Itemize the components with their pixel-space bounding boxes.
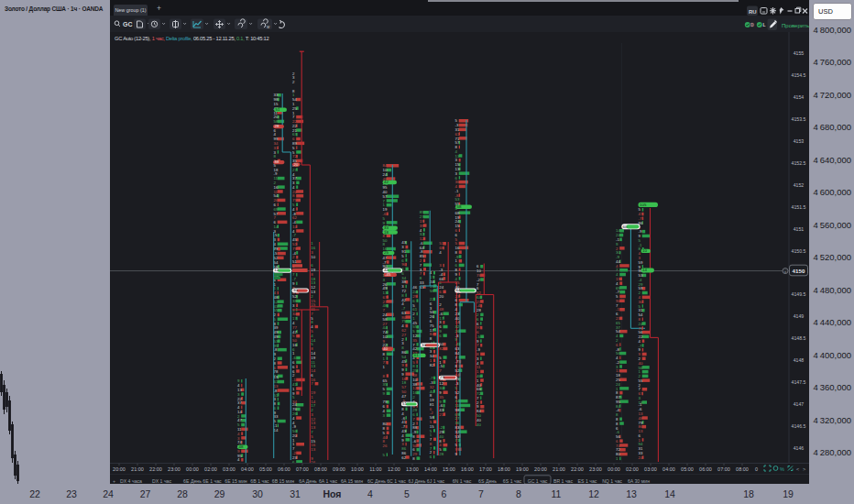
svg-text:28: 28 xyxy=(275,124,279,128)
svg-text:03:00: 03:00 xyxy=(223,466,235,472)
svg-text:4153.5: 4153.5 xyxy=(792,116,806,122)
svg-text:04:00: 04:00 xyxy=(241,466,254,472)
svg-text:x: x xyxy=(784,269,786,274)
svg-text:82: 82 xyxy=(439,346,443,351)
svg-text:4147.5: 4147.5 xyxy=(792,379,806,385)
svg-text:60: 60 xyxy=(623,225,628,229)
svg-text:00:00: 00:00 xyxy=(186,466,199,472)
svg-text:4151: 4151 xyxy=(794,226,805,232)
svg-text:4152: 4152 xyxy=(794,182,805,188)
svg-text:07:00: 07:00 xyxy=(296,466,309,472)
svg-text:6S День: 6S День xyxy=(478,478,497,484)
svg-text:18:00: 18:00 xyxy=(498,466,510,472)
svg-text:82: 82 xyxy=(430,363,434,367)
svg-text:20:00: 20:00 xyxy=(113,466,126,472)
svg-text:88: 88 xyxy=(275,159,279,164)
svg-text:58: 58 xyxy=(457,204,462,209)
svg-text:20: 20 xyxy=(439,294,443,299)
svg-text:30: 30 xyxy=(293,288,298,292)
svg-text:GC 1 час: GC 1 час xyxy=(528,478,548,484)
svg-text:16: 16 xyxy=(311,460,315,465)
svg-text:4154.5: 4154.5 xyxy=(792,72,806,78)
svg-text:9: 9 xyxy=(455,452,458,456)
svg-text:7: 7 xyxy=(439,368,442,373)
svg-text:4154: 4154 xyxy=(794,94,805,100)
svg-text:11:00: 11:00 xyxy=(369,466,381,472)
svg-text:02:00: 02:00 xyxy=(626,466,639,472)
svg-text:4152.5: 4152.5 xyxy=(792,160,806,166)
svg-text:03:00: 03:00 xyxy=(644,466,657,472)
svg-text:6: 6 xyxy=(430,455,432,459)
svg-text:62: 62 xyxy=(401,455,406,460)
svg-text:L: L xyxy=(763,22,766,27)
svg-text:5: 5 xyxy=(383,453,386,457)
svg-text:NQ 1 час: NQ 1 час xyxy=(602,478,622,484)
svg-text:GC: GC xyxy=(123,21,133,27)
svg-text:17:00: 17:00 xyxy=(479,466,492,472)
svg-text:61: 61 xyxy=(414,353,419,357)
svg-text:6A 30 мин: 6A 30 мин xyxy=(628,478,650,484)
svg-text:42: 42 xyxy=(384,268,389,272)
svg-text:19:00: 19:00 xyxy=(516,466,529,472)
svg-text:0: 0 xyxy=(755,466,758,472)
svg-text:-45: -45 xyxy=(385,272,391,277)
svg-text:9: 9 xyxy=(383,391,386,396)
svg-text:51: 51 xyxy=(276,107,280,112)
svg-text:6B 1 час: 6B 1 час xyxy=(250,478,269,484)
svg-text:13: 13 xyxy=(311,447,315,452)
svg-text:6A День: 6A День xyxy=(299,478,317,484)
svg-text:4150.5: 4150.5 xyxy=(792,248,806,254)
svg-text:16:00: 16:00 xyxy=(461,466,474,472)
svg-text:6E 15 мин: 6E 15 мин xyxy=(224,478,246,484)
svg-text:1: 1 xyxy=(616,456,619,461)
svg-text:6E День: 6E День xyxy=(183,478,202,484)
svg-text:6B 15 мин: 6B 15 мин xyxy=(272,478,294,484)
svg-text:8: 8 xyxy=(412,456,415,461)
svg-text:20: 20 xyxy=(294,162,299,167)
svg-text:GC Auto (12-25), 1 час, Delta: GC Auto (12-25), 1 час, Delta profile, 0… xyxy=(115,36,269,41)
svg-text:ES 1 час: ES 1 час xyxy=(578,478,597,484)
svg-text:48: 48 xyxy=(239,444,244,449)
svg-text:4: 4 xyxy=(237,457,240,462)
svg-text:21:00: 21:00 xyxy=(131,466,144,472)
svg-text:64: 64 xyxy=(456,288,461,292)
svg-text:24: 24 xyxy=(639,455,643,460)
svg-text:RU: RU xyxy=(749,9,757,15)
svg-text:DX 1 час: DX 1 час xyxy=(152,478,172,484)
svg-text:40: 40 xyxy=(476,422,481,427)
svg-text:BR 1 час: BR 1 час xyxy=(553,478,574,484)
svg-text:4150: 4150 xyxy=(793,268,805,274)
svg-text:26: 26 xyxy=(383,444,388,448)
svg-text:14: 14 xyxy=(642,268,647,272)
svg-text:6E 1 час: 6E 1 час xyxy=(203,478,222,484)
svg-text:10: 10 xyxy=(422,343,426,347)
svg-text:51: 51 xyxy=(402,401,407,406)
svg-text:4148: 4148 xyxy=(794,357,805,363)
svg-text:10: 10 xyxy=(311,255,315,259)
svg-text:08:00: 08:00 xyxy=(736,466,749,472)
svg-text:6J День: 6J День xyxy=(409,478,426,484)
svg-text:6A 1 час: 6A 1 час xyxy=(319,478,337,484)
svg-text:>: > xyxy=(803,466,805,472)
svg-text:22:00: 22:00 xyxy=(149,466,162,472)
svg-text:58: 58 xyxy=(430,289,434,293)
svg-text:4149.5: 4149.5 xyxy=(792,291,806,297)
svg-text:DX 4 часа: DX 4 часа xyxy=(120,478,142,484)
svg-text:12: 12 xyxy=(274,268,279,272)
svg-text:23:00: 23:00 xyxy=(589,466,602,472)
svg-text:4153: 4153 xyxy=(794,138,805,144)
svg-text:40: 40 xyxy=(383,346,388,351)
svg-text:2: 2 xyxy=(292,80,295,84)
svg-text:25: 25 xyxy=(384,250,389,255)
svg-text:15:00: 15:00 xyxy=(443,466,455,472)
svg-text:6S 1 час: 6S 1 час xyxy=(503,478,522,484)
svg-text:6: 6 xyxy=(439,334,442,338)
svg-text:4151.5: 4151.5 xyxy=(792,204,806,210)
svg-text:4149: 4149 xyxy=(794,313,805,319)
svg-text:08:00: 08:00 xyxy=(314,466,327,472)
svg-text:Проверить: Проверить xyxy=(782,23,809,28)
svg-text:4146: 4146 xyxy=(794,445,805,451)
svg-text:12:00: 12:00 xyxy=(388,466,400,472)
svg-text:23:00: 23:00 xyxy=(168,466,181,472)
svg-text:4148.5: 4148.5 xyxy=(792,335,806,341)
